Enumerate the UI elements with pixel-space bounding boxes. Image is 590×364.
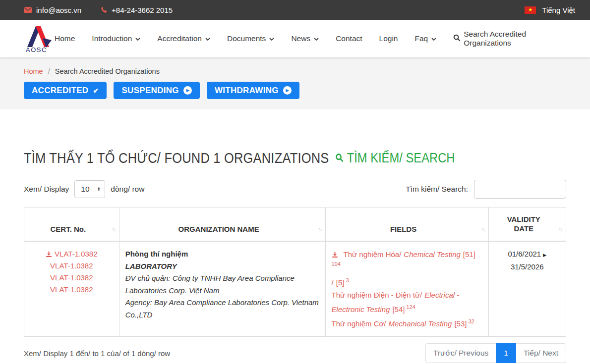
withdrawing-button[interactable]: WITHDRAWING ▶	[207, 82, 299, 99]
nav-item-faq[interactable]: Faq	[415, 34, 437, 43]
cert-link[interactable]: VLAT-1.0382	[50, 261, 93, 270]
validity-to: 31/5/2026	[495, 261, 560, 273]
org-name-en: LABORATORY	[125, 260, 319, 273]
sort-icon: ↑↓	[559, 226, 563, 232]
organization-name-cell: Phòng thí nghiệm LABORATORY ĐV chủ quản:…	[119, 241, 325, 337]
rows-label: dòng/ row	[111, 185, 144, 194]
download-icon	[46, 251, 52, 259]
envelope-icon	[24, 7, 32, 13]
page-size-select[interactable]: 10 ▲▼	[74, 180, 105, 198]
nav-item-login[interactable]: Login	[379, 34, 398, 43]
aosc-logo-icon: AOSC	[24, 24, 55, 53]
org-agency-vi: ĐV chủ quản: Công ty TNHH Bay Area Compl…	[125, 272, 319, 297]
cert-link[interactable]: VLAT-1.0382	[50, 285, 93, 294]
fields-cell: Thử nghiệm Hóa/Chemical Testing[51]104 /…	[325, 241, 488, 337]
breadcrumb-current: Search Accredited Organizations	[55, 67, 160, 75]
nav-item-contact[interactable]: Contact	[336, 34, 362, 43]
table-search-input[interactable]	[474, 180, 566, 199]
arrow-circle-right-icon: ▶	[283, 86, 292, 95]
vietnam-flag-icon: ★	[525, 6, 536, 14]
validity-from: 01/6/2021	[508, 250, 541, 258]
main-navbar: AOSC Home Introduction Accreditation Doc…	[0, 20, 590, 57]
field-entry[interactable]: /[5]3	[332, 274, 482, 289]
org-name-vi: Phòng thí nghiệm	[125, 248, 319, 260]
results-section: TÌM THẤY 1 TỔ CHỨC/ FOUND 1 ORGANIZATION…	[0, 109, 590, 363]
phone-icon	[100, 6, 107, 13]
sort-icon: ↑↓	[318, 226, 322, 232]
nav-item-home[interactable]: Home	[55, 34, 75, 43]
search-icon	[453, 34, 461, 44]
chevron-down-icon	[431, 38, 436, 41]
header-organization-name[interactable]: ORGANIZATION NAME ↑↓	[119, 208, 325, 242]
sort-icon: ↑↓	[112, 226, 116, 232]
display-label: Xem/ Display	[24, 185, 69, 194]
phone-link[interactable]: +84-24-3662 2015	[100, 6, 173, 14]
header-validity-date[interactable]: VALIDITY DATE ↑↓	[488, 208, 566, 242]
language-label: Tiếng Việt	[542, 6, 575, 14]
cert-no-cell: VLAT-1.0382 VLAT-1.0382 VLAT-1.0382 VLAT…	[24, 241, 119, 337]
arrow-circle-right-icon: ▶	[183, 86, 192, 95]
pagination: Trước/ Previous 1 Tiếp/ Next	[425, 343, 566, 363]
table-header-row: CERT. No. ↑↓ ORGANIZATION NAME ↑↓ FIELDS…	[24, 208, 566, 242]
nav-menu: Home Introduction Accreditation Document…	[55, 30, 575, 48]
download-icon	[332, 251, 338, 260]
topbar: info@aosc.vn +84-24-3662 2015 ★ Tiếng Vi…	[0, 0, 590, 20]
field-entry[interactable]: Thử nghiệm Hóa/Chemical Testing[51]104	[332, 248, 482, 267]
search-again-link[interactable]: TÌM KIẾM/ SEARCH	[335, 151, 455, 166]
nav-search-link[interactable]: Search Accredited Organizations	[453, 30, 575, 48]
previous-page-button[interactable]: Trước/ Previous	[425, 343, 496, 363]
breadcrumb-home-link[interactable]: Home	[24, 67, 43, 75]
validity-arrow-icon: ▶	[543, 253, 546, 258]
page-size-control: Xem/ Display 10 ▲▼ dòng/ row	[24, 180, 144, 198]
status-filter-buttons: ACCREDITED ✔ SUSPENDING ▶ WITHDRAWING ▶	[24, 82, 566, 99]
email-text: info@aosc.vn	[36, 6, 81, 14]
results-heading: TÌM THẤY 1 TỔ CHỨC/ FOUND 1 ORGANIZATION…	[24, 150, 329, 166]
search-icon	[335, 151, 344, 166]
language-switcher[interactable]: ★ Tiếng Việt	[525, 6, 575, 14]
org-agency-en: Agency: Bay Area Compliance Laboratories…	[125, 297, 319, 321]
chevron-down-icon	[314, 38, 319, 41]
nav-item-introduction[interactable]: Introduction	[92, 34, 140, 43]
email-link[interactable]: info@aosc.vn	[24, 6, 81, 14]
table-search-control: Tìm kiếm/ Search:	[406, 180, 566, 199]
search-again-label: TÌM KIẾM/ SEARCH	[347, 151, 455, 166]
chevron-down-icon	[269, 38, 274, 41]
breadcrumb-band: Home / Search Accredited Organizations A…	[0, 57, 590, 109]
results-table: CERT. No. ↑↓ ORGANIZATION NAME ↑↓ FIELDS…	[24, 207, 566, 337]
breadcrumb: Home / Search Accredited Organizations	[24, 67, 566, 75]
chevron-down-icon	[135, 38, 140, 41]
table-row: VLAT-1.0382 VLAT-1.0382 VLAT-1.0382 VLAT…	[24, 241, 566, 337]
page-1-button[interactable]: 1	[496, 343, 516, 363]
validity-date-cell: 01/6/2021▶ 31/5/2026	[488, 241, 566, 337]
nav-item-accreditation[interactable]: Accreditation	[157, 34, 210, 43]
nav-item-documents[interactable]: Documents	[227, 34, 274, 43]
aosc-logo[interactable]: AOSC	[24, 24, 55, 53]
accredited-button[interactable]: ACCREDITED ✔	[24, 82, 107, 99]
page-size-value: 10	[81, 185, 89, 194]
table-info: Xem/ Display 1 đến/ to 1 của/ of 1 dòng/…	[24, 349, 170, 358]
suspending-button[interactable]: SUSPENDING ▶	[114, 82, 199, 99]
sort-icon: ↑↓	[481, 226, 485, 232]
next-page-button[interactable]: Tiếp/ Next	[516, 343, 566, 363]
field-entry[interactable]: Thử nghiệm Điện - Điện tử/Electrical - E…	[332, 289, 482, 315]
stepper-arrows-icon: ▲▼	[97, 187, 100, 192]
header-cert-no[interactable]: CERT. No. ↑↓	[24, 208, 119, 242]
cert-link[interactable]: VLAT-1.0382	[50, 273, 93, 282]
phone-text: +84-24-3662 2015	[112, 6, 173, 14]
chevron-down-icon	[205, 38, 210, 41]
cert-link[interactable]: VLAT-1.0382	[55, 250, 97, 258]
nav-item-news[interactable]: News	[291, 34, 319, 43]
table-search-label: Tìm kiếm/ Search:	[406, 185, 468, 194]
svg-text:AOSC: AOSC	[26, 46, 47, 53]
check-icon: ✔	[93, 87, 99, 95]
nav-search-label: Search Accredited Organizations	[464, 30, 575, 48]
field-entry[interactable]: Thử nghiệm Cơ/Mechanical Testing[53]32	[332, 315, 482, 330]
header-fields[interactable]: FIELDS ↑↓	[325, 208, 488, 242]
breadcrumb-separator: /	[48, 67, 50, 75]
